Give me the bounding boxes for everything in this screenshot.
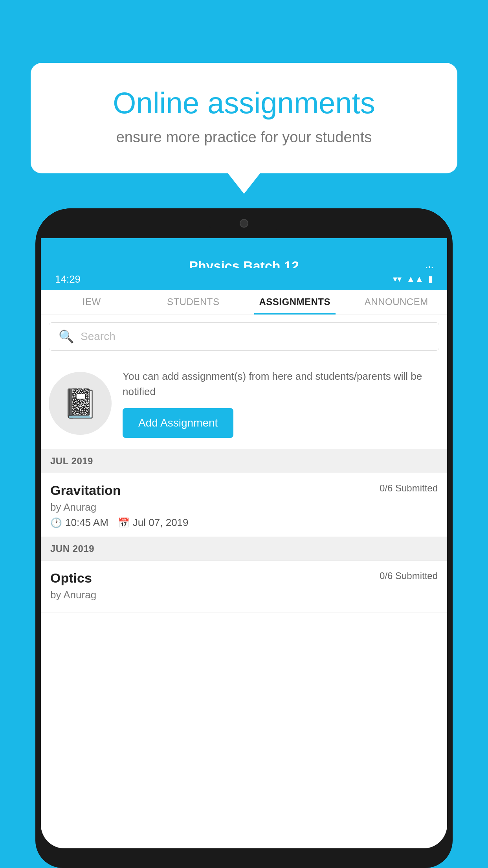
tab-assignments[interactable]: ASSIGNMENTS	[244, 296, 346, 314]
assignment-optics-author: by Anurag	[50, 589, 438, 601]
status-bar: 14:29 ▾▾ ▲▲ ▮	[41, 268, 447, 290]
calendar-icon: 📅	[118, 517, 130, 528]
promo-text-area: You can add assignment(s) from here and …	[123, 369, 438, 438]
tab-iew[interactable]: IEW	[41, 296, 143, 314]
section-jul-2019: JUL 2019	[41, 449, 447, 473]
assignment-gravitation-row: Gravitation 0/6 Submitted	[50, 483, 438, 498]
assignment-gravitation-time: 🕐 10:45 AM	[50, 517, 108, 529]
search-placeholder: Search	[81, 330, 116, 343]
camera-icon	[240, 219, 248, 228]
app-screen: 14:29 ▾▾ ▲▲ ▮ ← Physics Batch 12 Owner ⚙…	[41, 238, 447, 848]
search-input[interactable]: 🔍 Search	[49, 322, 439, 351]
add-assignment-button[interactable]: Add Assignment	[123, 408, 233, 438]
assignment-gravitation-author: by Anurag	[50, 501, 438, 513]
status-icons: ▾▾ ▲▲ ▮	[393, 274, 433, 284]
assignment-optics-submitted: 0/6 Submitted	[380, 570, 438, 581]
phone-frame: 14:29 ▾▾ ▲▲ ▮ ← Physics Batch 12 Owner ⚙…	[35, 208, 453, 868]
clock-icon: 🕐	[50, 517, 62, 528]
tab-students[interactable]: STUDENTS	[143, 296, 244, 314]
assignment-gravitation-details: 🕐 10:45 AM 📅 Jul 07, 2019	[50, 517, 438, 529]
signal-icon: ▲▲	[406, 274, 424, 284]
promo-icon-circle: 📓	[49, 372, 112, 435]
notch-cutout	[209, 213, 279, 234]
promo-description: You can add assignment(s) from here and …	[123, 369, 438, 399]
search-icon: 🔍	[59, 329, 74, 344]
status-time: 14:29	[55, 273, 81, 285]
assignment-gravitation-date: 📅 Jul 07, 2019	[118, 517, 189, 529]
assignment-gravitation-time-value: 10:45 AM	[65, 517, 108, 529]
speech-bubble: Online assignments ensure more practice …	[31, 63, 457, 173]
assignment-optics-title: Optics	[50, 570, 92, 586]
assignment-gravitation-title: Gravitation	[50, 483, 121, 498]
promo-block: 📓 You can add assignment(s) from here an…	[41, 358, 447, 449]
speech-bubble-title: Online assignments	[58, 86, 430, 120]
speech-bubble-subtitle: ensure more practice for your students	[58, 129, 430, 146]
tab-announcements[interactable]: ANNOUNCEM	[346, 296, 448, 314]
notebook-icon: 📓	[62, 387, 98, 420]
section-jun-2019: JUN 2019	[41, 537, 447, 561]
phone-notch	[35, 208, 453, 238]
assignment-optics-row: Optics 0/6 Submitted	[50, 570, 438, 586]
assignment-gravitation-date-value: Jul 07, 2019	[133, 517, 189, 529]
battery-icon: ▮	[428, 274, 433, 284]
search-container: 🔍 Search	[41, 315, 447, 358]
wifi-icon: ▾▾	[393, 274, 402, 284]
assignment-gravitation[interactable]: Gravitation 0/6 Submitted by Anurag 🕐 10…	[41, 473, 447, 537]
assignment-gravitation-submitted: 0/6 Submitted	[380, 483, 438, 494]
assignment-optics[interactable]: Optics 0/6 Submitted by Anurag	[41, 561, 447, 612]
